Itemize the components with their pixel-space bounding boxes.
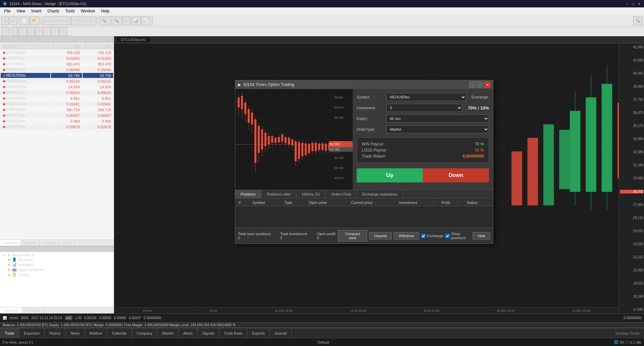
deposit-button[interactable]: Deposit — [369, 232, 392, 240]
t2-line[interactable]: | — [12, 27, 18, 36]
show-positions-checkbox[interactable] — [445, 234, 450, 238]
menu-tools[interactable]: Tools — [63, 8, 78, 14]
svg-rect-89 — [311, 143, 313, 151]
maximize-btn[interactable]: □ — [631, 1, 635, 6]
market-watch-row[interactable]: ◆OMGBTCbo 0.00110 0.00110 — [1, 79, 113, 84]
t2-crosshair[interactable]: ✛ — [1, 27, 9, 36]
bottom-tab-news[interactable]: News — [66, 328, 85, 338]
bottom-tab-company[interactable]: Company — [132, 328, 157, 338]
strategy-tester-label[interactable]: Strategy Tester — [615, 331, 644, 335]
navigator-header: Navigator ✕ — [0, 246, 114, 252]
dlg-tab-positions-roller[interactable]: Positions roller — [261, 190, 297, 198]
toolbar-forward[interactable]: ▶ — [9, 16, 17, 25]
bottom-tab-journal[interactable]: Journal — [270, 328, 292, 338]
nav-scripts[interactable]: ▶ 📜 Scripts — [7, 272, 112, 277]
expiry-select[interactable]: 60 sec — [386, 115, 489, 123]
mw-tab-symbols[interactable]: Symbols — [0, 240, 21, 246]
dlg-tab-exchange-exp[interactable]: Exchange expirations — [357, 190, 403, 198]
up-button[interactable]: Up — [357, 168, 423, 182]
toolbar-indicators[interactable]: 📈 — [141, 16, 151, 25]
toolbar-back[interactable]: ◀ — [1, 16, 9, 25]
nav-accounts[interactable]: ▶ 👤 Accounts — [7, 257, 112, 262]
bottom-tab-signals[interactable]: Signals — [198, 328, 219, 338]
menu-window[interactable]: Window — [78, 8, 98, 14]
t2-text[interactable]: T — [44, 27, 51, 36]
t2-draw[interactable]: ✏ — [35, 27, 43, 36]
bottom-tab-history[interactable]: History — [45, 328, 66, 338]
hide-button[interactable]: Hide — [473, 232, 490, 240]
navigator-close[interactable]: ✕ — [109, 247, 112, 251]
market-watch-row[interactable]: ◆XRPUSDbo 0.968 0.968 — [1, 119, 113, 124]
market-watch-row[interactable]: ◆LTCUSDbo 263.470 263.470 — [1, 61, 113, 67]
toolbar-properties[interactable]: 📊 — [131, 16, 141, 25]
dialog-minimize[interactable]: – — [469, 82, 476, 88]
market-watch-row[interactable]: ◆ZECBTCbo 0.03878 0.03878 — [1, 124, 113, 129]
toolbar-search[interactable]: 🔍 — [633, 16, 643, 25]
dialog-close[interactable]: ✕ — [484, 82, 490, 88]
bottom-tab-calendar[interactable]: Calendar — [107, 328, 132, 338]
dlg-tab-orders-flow[interactable]: Orders Flow — [326, 190, 357, 198]
toolbar-open[interactable]: 📂 — [30, 16, 39, 25]
menu-view[interactable]: View — [14, 8, 28, 14]
mw-tab-ticks[interactable]: Ticks — [59, 240, 75, 246]
bottom-tab-exposure[interactable]: Exposure — [19, 328, 44, 338]
menu-file[interactable]: File — [1, 8, 13, 14]
market-watch-row[interactable]: ◆XMRUSDbo 330.719 330.719 — [1, 107, 113, 112]
nav-indicators[interactable]: ▶ 📊 Indicators — [7, 262, 112, 267]
t2-percent[interactable]: % — [60, 27, 68, 36]
bottom-tab-market[interactable]: Market — [157, 328, 179, 338]
market-watch-row[interactable]: ◆XMRBTCbo 0.02441 0.02441 — [1, 101, 113, 106]
toolbar-sep4 — [152, 17, 152, 25]
toolbar-grid[interactable]: ⊞ — [123, 16, 131, 25]
market-watch-table: Symbol Bid Ask ◆ETHUSDbo 708.159 708.159… — [0, 43, 114, 130]
dlg-tab-positions[interactable]: Positions — [235, 190, 261, 198]
market-watch-close[interactable]: ✕ — [108, 37, 112, 42]
investment-select[interactable]: 5 — [386, 104, 462, 112]
t2-trendline[interactable]: ╱ — [28, 27, 35, 36]
close-btn[interactable]: ✕ — [637, 1, 641, 6]
market-watch-row[interactable]: ◆ETHUSDbo 708.159 708.159 — [1, 50, 113, 55]
compact-view-button[interactable]: Compact view — [338, 230, 367, 242]
market-watch-row[interactable]: ◆OMGUSDbo 14.924 14.924 — [1, 84, 113, 89]
menu-charts[interactable]: Charts — [45, 8, 62, 14]
market-watch-row[interactable]: ◆NEOUSDbo 59.769 59.769 — [1, 73, 113, 78]
svg-rect-49 — [244, 102, 246, 114]
toolbar-new-order[interactable]: + New Order — [71, 16, 97, 25]
toolbar-new-chart[interactable]: 📄 — [20, 16, 29, 25]
bottom-tab-experts[interactable]: Experts — [247, 328, 269, 338]
nav-root-expand: ▼ — [2, 253, 6, 257]
t2-arrow[interactable]: ⇗ — [51, 27, 59, 36]
market-watch-row[interactable]: ◆SANUSDbo 5.891 5.891 — [1, 96, 113, 101]
trade-date: 2017.12.21 14:25:24 — [31, 316, 62, 320]
order-type-select[interactable]: Market — [386, 125, 489, 133]
dlg-tab-history[interactable]: History, D1 — [297, 190, 326, 198]
withdraw-button[interactable]: Withdraw — [394, 232, 419, 240]
minimize-btn[interactable]: – — [625, 1, 629, 6]
mw-tab-details[interactable]: Details — [21, 240, 40, 246]
toolbar-zoom-out[interactable]: 🔍- — [112, 16, 122, 25]
bottom-tab-mailbox[interactable]: Mailbox — [85, 328, 107, 338]
mw-tab-trading[interactable]: Trading — [40, 240, 59, 246]
toolbar-auto-trading[interactable]: ▶ AutoTrading — [42, 16, 70, 25]
exchange-checkbox[interactable] — [421, 234, 426, 238]
nav-expert-advisors[interactable]: ▶ 🤖 Expert Advisors — [7, 267, 112, 272]
bottom-tab-trade[interactable]: Trade — [0, 328, 19, 338]
menu-help[interactable]: Help — [98, 8, 112, 14]
down-button[interactable]: Down — [423, 168, 489, 182]
market-watch-row[interactable]: ◆NEOBTCbo 0.00440 0.00440 — [1, 67, 113, 72]
dialog-maximize[interactable]: □ — [477, 82, 483, 88]
market-watch-row[interactable]: ◆XRPBTCbo 0.00007 0.00007 — [1, 113, 113, 118]
bottom-tab-alerts[interactable]: Alerts — [179, 328, 198, 338]
chart-tab-label[interactable]: ETCUSDbo,H1 — [117, 37, 150, 42]
content-row: Market Watch: 16:54:49 ✕ Symbol Bid Ask — [0, 36, 644, 313]
menu-insert[interactable]: Insert — [29, 8, 44, 14]
market-watch-row[interactable]: ◆SANBTCbo 0.00043 0.00043 — [1, 90, 113, 95]
nav-tab-favorites[interactable]: Favorites — [22, 307, 44, 313]
market-watch-row[interactable]: ◆LTCBTCbo 0.01943 0.01943 — [1, 56, 113, 61]
nav-tab-common[interactable]: Common — [0, 307, 22, 313]
nav-root[interactable]: ▼ 🖥 MetaTrader 5 ▶ 👤 Accounts — [1, 253, 113, 277]
bottom-tab-codebase[interactable]: Code Base — [219, 328, 247, 338]
t2-hline[interactable]: — — [18, 27, 27, 36]
symbol-select[interactable]: NEOUSDbo — [386, 93, 466, 101]
toolbar-zoom-in[interactable]: 🔍+ — [99, 16, 111, 25]
